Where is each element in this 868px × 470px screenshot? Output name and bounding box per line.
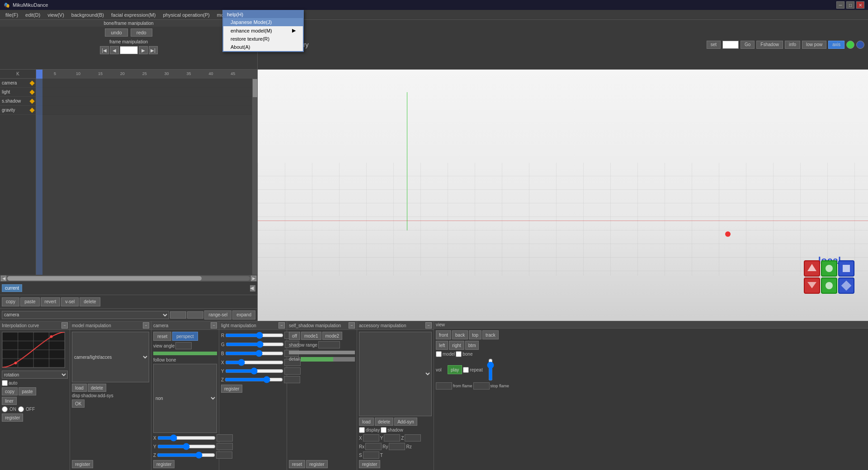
view-track-btn[interactable]: track (482, 330, 499, 339)
repeat-checkbox[interactable] (463, 367, 469, 373)
menu-file[interactable]: file(F) (2, 11, 22, 19)
scroll-left-button[interactable]: ◀ (1, 276, 6, 281)
camera-reset-btn[interactable]: reset (153, 332, 171, 341)
scroll-right-button[interactable]: ▶ (251, 276, 256, 281)
camera-perspect-btn[interactable]: perspect (172, 332, 198, 341)
acc-z-input[interactable] (405, 434, 421, 442)
shadow-range-slider[interactable] (289, 351, 355, 354)
cam-y-slider[interactable] (157, 444, 216, 449)
nav-rot-btn[interactable] (838, 277, 854, 294)
copy-button[interactable]: copy (2, 297, 19, 306)
shadow-off-btn[interactable]: off (289, 332, 300, 340)
acc-x-input[interactable] (363, 434, 379, 442)
delete-button[interactable]: delete (80, 297, 100, 306)
nav-bottom-btn[interactable] (821, 277, 837, 294)
interp-register-btn[interactable]: register (2, 414, 23, 422)
window-controls[interactable]: ─ □ ✕ (836, 1, 864, 9)
off-radio[interactable] (18, 406, 24, 412)
view-angle-input[interactable]: 30 (175, 342, 192, 349)
rotation-select[interactable]: rotation (2, 371, 68, 379)
shadow-mode1-btn[interactable]: mode1 (301, 332, 321, 340)
paste-button[interactable]: paste (20, 297, 39, 306)
acc-load-btn[interactable]: load (359, 418, 374, 426)
on-radio[interactable] (2, 406, 8, 412)
from-flame-input[interactable] (436, 382, 452, 390)
nav-top-btn[interactable] (821, 260, 837, 277)
dropdown-about[interactable]: About(A) (223, 43, 303, 51)
vp-icon-1[interactable] (846, 41, 854, 49)
model-delete-btn[interactable]: delete (88, 384, 106, 392)
nav-side-btn[interactable] (838, 260, 854, 277)
ly-slider[interactable] (225, 368, 283, 374)
acc-register-btn[interactable]: register (359, 460, 380, 468)
dropdown-restore-texture[interactable]: restore texture(R) (223, 35, 303, 43)
view-right-btn[interactable]: right (449, 341, 464, 350)
scrollbar-thumb[interactable] (253, 79, 257, 97)
model-ok-btn[interactable]: OK (72, 400, 85, 408)
dropdown-enhance-model[interactable]: enhance model(M) ▶ (223, 26, 303, 35)
lz-slider[interactable] (225, 377, 283, 382)
model-mode-select[interactable]: camera/light/acces (72, 332, 149, 382)
cam-x-slider[interactable] (157, 435, 216, 441)
view-btm-btn[interactable]: btm (465, 341, 479, 350)
axis-button[interactable]: axis (828, 41, 844, 49)
frame-prev-button[interactable]: ◀ (110, 46, 119, 54)
vsel-button[interactable]: v-sel (61, 297, 79, 306)
menu-edit[interactable]: edit(D) (22, 11, 44, 19)
scroll-handle[interactable]: ◀ (250, 285, 255, 291)
vol-slider[interactable] (484, 358, 497, 381)
auto-checkbox[interactable] (2, 380, 8, 386)
acc-delete-btn[interactable]: delete (375, 418, 393, 426)
model-checkbox[interactable] (436, 351, 442, 357)
shadow-checkbox[interactable] (381, 427, 387, 433)
camera-track-select[interactable]: camera (2, 311, 169, 319)
shadow-collapse-btn[interactable]: − (349, 322, 355, 329)
shadow-mode2-btn[interactable]: mode2 (322, 332, 343, 340)
view-front-btn[interactable]: front (436, 330, 451, 339)
b-slider[interactable] (225, 351, 283, 356)
view-left-btn[interactable]: left (436, 341, 448, 350)
dropdown-japanese-mode[interactable]: Japanese Mode(J) (223, 18, 303, 26)
cam-z-slider[interactable] (157, 452, 215, 458)
accessory-select[interactable] (359, 332, 432, 416)
accessory-collapse-btn[interactable]: − (425, 322, 432, 329)
menu-physical[interactable]: physical operation(P) (159, 11, 213, 19)
liner-btn[interactable]: liner (2, 397, 17, 405)
shadow-range-val[interactable]: 8875 (318, 341, 340, 348)
nav-front-btn[interactable] (804, 260, 820, 277)
frame-end-button[interactable]: ▶| (149, 46, 158, 54)
light-collapse-btn[interactable]: − (278, 322, 285, 329)
viewport[interactable]: local (258, 70, 868, 321)
lowpow-button[interactable]: low pow (802, 41, 826, 49)
model-register-btn[interactable]: register (72, 460, 93, 468)
r-slider[interactable] (225, 333, 283, 338)
frame-next-button[interactable]: ▶ (139, 46, 148, 54)
play-btn[interactable]: play (448, 365, 462, 374)
set-button[interactable]: set (707, 41, 721, 49)
frame-number-input[interactable]: 0 (120, 46, 138, 54)
h-scrollbar-thumb[interactable] (7, 276, 202, 281)
acc-ry-input[interactable] (389, 443, 405, 450)
display-checkbox[interactable] (359, 427, 365, 433)
fshadow-button[interactable]: Fshadow (756, 41, 783, 49)
acc-y-input[interactable] (384, 434, 400, 442)
lx-slider[interactable] (225, 360, 283, 365)
current-tab[interactable]: current (2, 284, 22, 292)
interp-collapse-btn[interactable]: − (61, 322, 68, 329)
info-button[interactable]: info (785, 41, 800, 49)
range-sel-button[interactable]: range-sel (204, 310, 231, 320)
bone-checkbox[interactable] (456, 351, 462, 357)
vertical-scrollbar[interactable] (252, 79, 257, 275)
menu-facial[interactable]: facial expression(M) (108, 11, 159, 19)
acc-s-input[interactable] (363, 451, 379, 459)
minimize-button[interactable]: ─ (836, 1, 844, 9)
vp-icon-2[interactable] (856, 41, 864, 49)
acc-add-syn-btn[interactable]: Add-syn (394, 418, 417, 426)
view-angle-slider[interactable] (153, 352, 217, 355)
set-value-input[interactable]: 0 (722, 41, 739, 49)
close-button[interactable]: ✕ (856, 1, 864, 9)
light-register-btn[interactable]: register (221, 385, 242, 393)
revert-button[interactable]: revert (41, 297, 61, 306)
interp-paste-btn[interactable]: paste (19, 387, 36, 395)
stop-flame-input[interactable] (473, 382, 490, 390)
